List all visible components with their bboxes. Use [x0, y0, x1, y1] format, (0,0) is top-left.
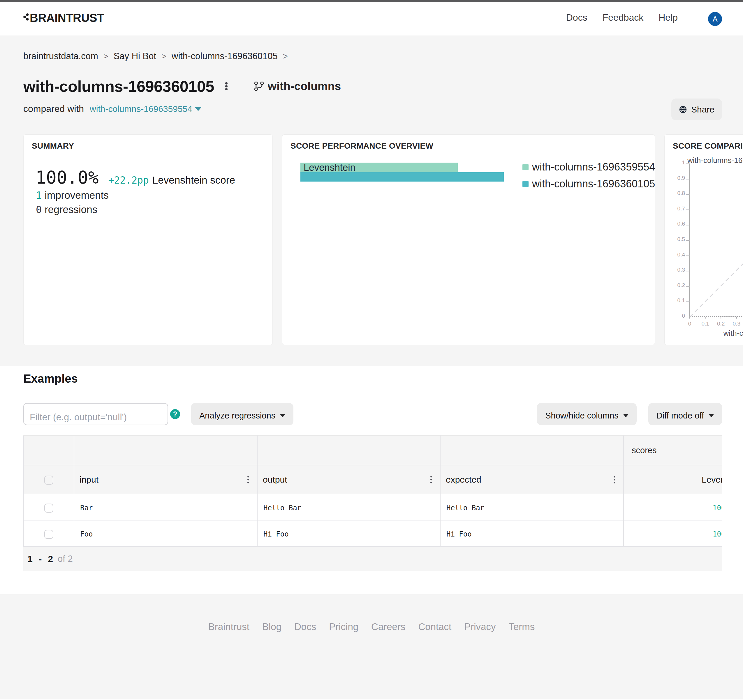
- compared-with-row: compared with with-columns-1696359554: [23, 104, 722, 114]
- footer-link-braintrust[interactable]: Braintrust: [208, 621, 249, 632]
- column-header-score[interactable]: Levenshtein: [623, 465, 722, 494]
- table-row[interactable]: Foo Hi Foo Hi Foo 100%: [24, 520, 722, 546]
- filter-input[interactable]: [23, 403, 168, 425]
- improvements-count: 1: [36, 189, 41, 201]
- cards-row: SUMMARY 100.0% +22.2pp Levenshtein score…: [23, 134, 722, 345]
- legend-item: with-columns-1696360105: [522, 178, 655, 190]
- group-header-empty: [440, 435, 623, 465]
- footer-link-contact[interactable]: Contact: [418, 621, 451, 632]
- footer-link-blog[interactable]: Blog: [262, 621, 281, 632]
- column-menu-icon[interactable]: [614, 476, 615, 483]
- column-header-expected[interactable]: expected: [440, 465, 623, 494]
- diff-mode-button[interactable]: Diff mode off: [648, 403, 722, 425]
- bar-category-label: Levenshtein: [303, 163, 355, 172]
- nav-link-help[interactable]: Help: [659, 12, 678, 23]
- title-row: with-columns-1696360105 with-columns: [23, 77, 722, 95]
- legend-item: with-columns-1696359554: [522, 161, 655, 173]
- analyze-regressions-button[interactable]: Analyze regressions: [191, 403, 293, 425]
- footer-link-careers[interactable]: Careers: [371, 621, 405, 632]
- score-comparison-chart: with-columns-1696360105 10.90.80.70.60.5…: [665, 135, 743, 345]
- branch-tag-label: with-columns: [268, 80, 341, 93]
- y-axis-ticks: 10.90.80.70.60.50.40.30.20.10: [678, 160, 690, 319]
- summary-card: SUMMARY 100.0% +22.2pp Levenshtein score…: [23, 134, 273, 345]
- y-tick-label: 0.5: [678, 236, 685, 242]
- regressions-count: 0: [36, 204, 41, 215]
- summary-delta: +22.2pp: [108, 175, 149, 186]
- diff-mode-label: Diff mode off: [656, 411, 704, 420]
- breadcrumb-org[interactable]: braintrustdata.com: [23, 51, 98, 62]
- summary-improvements: 1 improvements: [36, 189, 264, 201]
- examples-content: Examples ? Analyze regressions Show/hide…: [0, 372, 743, 425]
- cell-input: Bar: [74, 494, 257, 520]
- cell-output: Hi Foo: [257, 520, 440, 546]
- group-header-scores: scores: [623, 435, 722, 465]
- score-performance-bars: Levenshtein: [300, 163, 504, 182]
- group-header-empty: [24, 435, 74, 465]
- show-hide-columns-button[interactable]: Show/hide columns: [537, 403, 636, 425]
- column-header-label: input: [80, 475, 99, 484]
- branch-tag[interactable]: with-columns: [254, 80, 341, 93]
- share-button-label: Share: [691, 105, 715, 114]
- breadcrumb: braintrustdata.com > Say Hi Bot > with-c…: [23, 51, 722, 62]
- show-hide-columns-label: Show/hide columns: [545, 411, 618, 420]
- experiment-header-section: braintrustdata.com > Say Hi Bot > with-c…: [0, 36, 743, 366]
- footer-links: Braintrust Blog Docs Pricing Careers Con…: [208, 621, 535, 632]
- pagination-total: of 2: [58, 554, 73, 564]
- summary-score: 100.0%: [36, 167, 99, 188]
- column-menu-icon[interactable]: [430, 476, 432, 483]
- improvements-label: improvements: [44, 189, 109, 201]
- chevron-down-icon: [709, 414, 714, 417]
- share-button[interactable]: Share: [671, 99, 722, 120]
- footer-link-docs[interactable]: Docs: [294, 621, 316, 632]
- footer-link-pricing[interactable]: Pricing: [329, 621, 358, 632]
- select-all-checkbox[interactable]: [44, 476, 53, 485]
- legend-label: with-columns-1696359554: [532, 161, 655, 173]
- examples-heading: Examples: [23, 372, 722, 385]
- filter-help-icon[interactable]: ?: [170, 409, 180, 419]
- nav-link-feedback[interactable]: Feedback: [602, 12, 644, 23]
- top-nav-links: Docs Feedback Help A: [551, 12, 722, 26]
- breadcrumb-project[interactable]: Say Hi Bot: [114, 51, 156, 62]
- title-kebab-menu-icon[interactable]: [223, 80, 229, 92]
- compared-experiment-name: with-columns-1696359554: [90, 104, 192, 114]
- row-select-cell: [24, 520, 74, 546]
- column-menu-icon[interactable]: [247, 476, 249, 483]
- identity-line: [690, 164, 743, 317]
- summary-score-line: 100.0% +22.2pp Levenshtein score: [36, 167, 264, 188]
- table-group-header-row: scores: [24, 435, 722, 465]
- breadcrumb-experiment[interactable]: with-columns-1696360105: [172, 51, 278, 62]
- row-checkbox[interactable]: [44, 530, 53, 539]
- compared-experiment-dropdown[interactable]: with-columns-1696359554: [90, 104, 201, 114]
- row-checkbox[interactable]: [44, 503, 53, 513]
- table-row[interactable]: Bar Hello Bar Hello Bar 100%: [24, 494, 722, 520]
- nav-link-docs[interactable]: Docs: [566, 12, 588, 23]
- logo-text: BRAINTRUST: [30, 11, 104, 25]
- braintrust-logo[interactable]: BRAINTRUST: [23, 13, 104, 26]
- top-navbar: BRAINTRUST Docs Feedback Help A: [0, 2, 743, 36]
- table-body: scores input output expected Levenshtein…: [24, 435, 722, 546]
- y-tick-label: 0.6: [678, 221, 685, 227]
- row-select-cell: [24, 494, 74, 520]
- examples-section: Examples ? Analyze regressions Show/hide…: [0, 366, 743, 571]
- x-tick-label: 0: [688, 321, 691, 327]
- pagination-range: 1 - 2: [27, 554, 55, 564]
- breadcrumb-separator: >: [104, 52, 108, 61]
- braintrust-logo-icon: [23, 13, 29, 21]
- footer-link-terms[interactable]: Terms: [508, 621, 535, 632]
- footer-link-privacy[interactable]: Privacy: [464, 621, 496, 632]
- bar-row: [300, 172, 504, 182]
- cell-score: 100%: [623, 520, 722, 546]
- git-branch-icon: [254, 81, 264, 92]
- cell-input: Foo: [74, 520, 257, 546]
- legend-label: with-columns-1696360105: [532, 178, 655, 190]
- x-axis-ticks: 00.10.20.30.40.50.60.70.80.91: [688, 317, 743, 327]
- score-performance-card: SCORE PERFORMANCE OVERVIEW Levenshtein w…: [282, 134, 655, 345]
- avatar[interactable]: A: [708, 12, 722, 26]
- cell-expected: Hi Foo: [440, 520, 623, 546]
- column-header-input[interactable]: input: [74, 465, 257, 494]
- summary-card-title: SUMMARY: [32, 141, 264, 151]
- compared-with-label: compared with: [23, 104, 84, 114]
- x-tick-label: 0.3: [733, 321, 740, 327]
- group-header-empty: [257, 435, 440, 465]
- column-header-output[interactable]: output: [257, 465, 440, 494]
